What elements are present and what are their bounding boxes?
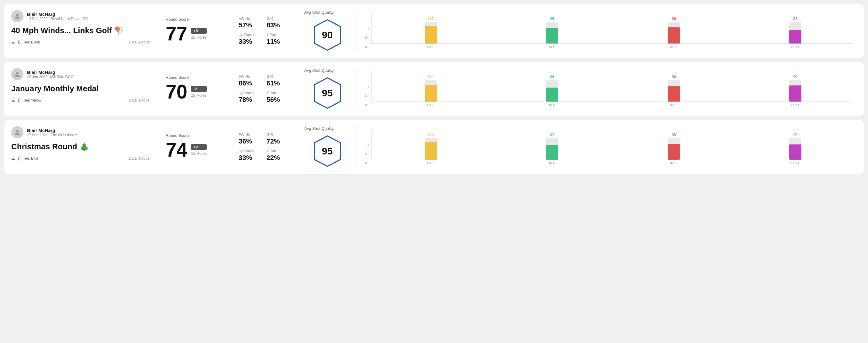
hexagon-container: 95 xyxy=(304,134,350,168)
user-name: Blair McHarg xyxy=(27,128,77,133)
one-putt-label: 1 Putt xyxy=(267,149,288,153)
shot-quality-label: Avg Shot Quality xyxy=(304,126,334,131)
user-info: Blair McHarg 29 Jan 2022 · Mill Ride GCC xyxy=(27,70,73,79)
shot-quality-section: Avg Shot Quality 95 xyxy=(297,68,358,110)
bar-group-app: 87 xyxy=(496,133,609,160)
round-info-section: Blair McHarg 27 Dec 2021 · The Oxfordshi… xyxy=(11,126,157,168)
user-row: Blair McHarg 12 Feb 2022 · Royal North D… xyxy=(11,10,150,22)
round-title: 40 Mph Winds... Links Golf 🪁 xyxy=(11,26,150,35)
round-score-label: Round Score xyxy=(166,17,221,22)
score-diff-badge: -2 xyxy=(191,86,207,92)
bar-group-arg: 96 xyxy=(617,75,730,101)
up-down-value: 33% xyxy=(239,154,260,162)
up-down-value: 78% xyxy=(239,96,260,104)
fw-hit-stat: FW Hit 36% xyxy=(239,132,260,145)
stats-section: FW Hit 57% GIR 83% Up/Down 33% 1 Putt 11… xyxy=(230,10,297,52)
bottom-row: ☁ 🏌 Tee: Yellow Data: Arccos xyxy=(11,98,150,102)
hex-score: 95 xyxy=(322,88,333,99)
one-putt-stat: 1 Putt 11% xyxy=(267,33,288,45)
tee-info: ☁ 🏌 Tee: Blue xyxy=(11,156,38,161)
bar-group-putt: 93 xyxy=(739,133,852,160)
gir-value: 61% xyxy=(267,80,288,87)
svg-point-0 xyxy=(16,14,19,16)
stats-grid: FW Hit 57% GIR 83% Up/Down 33% 1 Putt 11… xyxy=(239,17,288,45)
bar-group-ott: 101 xyxy=(374,75,487,101)
svg-point-4 xyxy=(16,130,19,132)
score-badge-info: +2 18 Holes xyxy=(191,144,207,156)
big-score: 77 xyxy=(166,24,187,43)
one-putt-label: 1 Putt xyxy=(267,91,288,95)
fw-hit-value: 57% xyxy=(239,21,260,29)
fw-hit-label: FW Hit xyxy=(239,132,260,137)
shot-quality-label: Avg Shot Quality xyxy=(304,10,334,14)
fw-hit-stat: FW Hit 57% xyxy=(239,17,260,29)
fw-hit-stat: FW Hit 86% xyxy=(239,74,260,87)
tee-label: Tee: Blue xyxy=(23,156,38,161)
score-row: 77 +5 18 Holes xyxy=(166,24,221,43)
date-course: 12 Feb 2022 · Royal North Devon GC xyxy=(27,17,88,21)
up-down-stat: Up/Down 33% xyxy=(239,149,260,162)
tee-info: ☁ 🏌 Tee: Yellow xyxy=(11,98,41,102)
bottom-row: ☁ 🏌 Tee: Black Data: Arccos xyxy=(11,40,150,44)
up-down-stat: Up/Down 78% xyxy=(239,91,260,104)
round-score-label: Round Score xyxy=(166,75,221,80)
bar-group-arg: 98 xyxy=(617,17,730,43)
cloud-icon: ☁ xyxy=(11,156,15,161)
shot-quality-label: Avg Shot Quality xyxy=(304,68,334,73)
score-badge-info: -2 18 Holes xyxy=(191,86,207,98)
hexagon: 90 xyxy=(312,18,343,52)
chart-section: 100 50 0 107 95 98 82 xyxy=(358,10,857,52)
date-course: 27 Dec 2021 · The Oxfordshire xyxy=(27,133,77,137)
up-down-stat: Up/Down 33% xyxy=(239,33,260,45)
gir-stat: GIR 72% xyxy=(267,132,288,145)
up-down-label: Up/Down xyxy=(239,33,260,37)
bar-group-putt: 99 xyxy=(739,75,852,101)
bar-group-putt: 82 xyxy=(739,17,852,43)
gir-value: 83% xyxy=(267,21,288,29)
hex-score: 95 xyxy=(322,146,333,157)
gir-label: GIR xyxy=(267,17,288,21)
data-source: Data: Arccos xyxy=(129,40,150,44)
tee-label: Tee: Yellow xyxy=(23,98,41,102)
round-title: January Monthly Medal xyxy=(11,84,150,93)
fw-hit-label: FW Hit xyxy=(239,17,260,21)
cloud-icon: ☁ xyxy=(11,98,15,102)
user-row: Blair McHarg 29 Jan 2022 · Mill Ride GCC xyxy=(11,68,150,80)
svg-point-2 xyxy=(16,72,19,74)
user-icon xyxy=(14,12,21,20)
bar-group-ott: 110 xyxy=(374,133,487,160)
one-putt-stat: 1 Putt 56% xyxy=(267,91,288,104)
gir-label: GIR xyxy=(267,132,288,137)
user-icon xyxy=(14,70,21,78)
stats-section: FW Hit 86% GIR 61% Up/Down 78% 1 Putt 56… xyxy=(230,68,297,110)
score-diff-badge: +5 xyxy=(191,28,207,34)
score-row: 70 -2 18 Holes xyxy=(166,82,221,101)
up-down-label: Up/Down xyxy=(239,91,260,95)
avatar xyxy=(11,126,23,138)
chart-section: 100 50 0 110 87 95 93 xyxy=(358,126,857,168)
one-putt-stat: 1 Putt 22% xyxy=(267,149,288,162)
bottom-row: ☁ 🏌 Tee: Blue Data: Arccos xyxy=(11,156,150,161)
avatar xyxy=(11,68,23,80)
round-info-section: Blair McHarg 29 Jan 2022 · Mill Ride GCC… xyxy=(11,68,157,110)
up-down-value: 33% xyxy=(239,38,260,45)
score-section: Round Score 77 +5 18 Holes xyxy=(157,10,230,52)
bar-group-arg: 95 xyxy=(617,133,730,160)
holes-text: 18 Holes xyxy=(191,35,207,39)
stats-section: FW Hit 36% GIR 72% Up/Down 33% 1 Putt 22… xyxy=(230,126,297,168)
bar-group-app: 95 xyxy=(496,17,609,43)
date-course: 29 Jan 2022 · Mill Ride GCC xyxy=(27,75,73,79)
one-putt-value: 22% xyxy=(267,154,288,162)
up-down-label: Up/Down xyxy=(239,149,260,153)
gir-stat: GIR 61% xyxy=(267,74,288,87)
gir-label: GIR xyxy=(267,74,288,79)
user-info: Blair McHarg 12 Feb 2022 · Royal North D… xyxy=(27,11,88,21)
score-section: Round Score 74 +2 18 Holes xyxy=(157,126,230,168)
hexagon-container: 90 xyxy=(304,18,350,52)
data-source: Data: Arccos xyxy=(129,156,150,161)
bar-group-ott: 107 xyxy=(374,17,487,43)
round-info-section: Blair McHarg 12 Feb 2022 · Royal North D… xyxy=(11,10,157,52)
gir-value: 72% xyxy=(267,137,288,145)
user-name: Blair McHarg xyxy=(27,70,73,75)
round-card: Blair McHarg 12 Feb 2022 · Royal North D… xyxy=(4,4,864,58)
